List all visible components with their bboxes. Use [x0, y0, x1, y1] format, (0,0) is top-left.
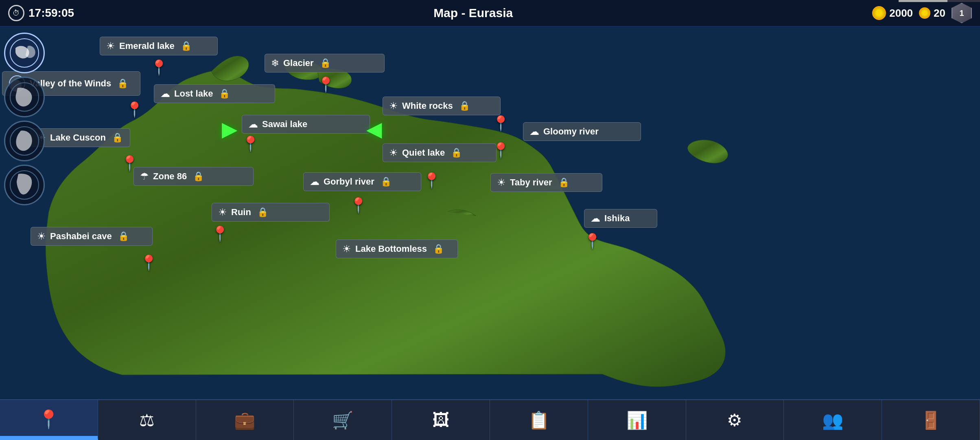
nav-social[interactable]: 👥 [784, 400, 882, 440]
continent-btn-south-america[interactable] [4, 121, 45, 161]
label-sawai-lake[interactable]: ☁ Sawai lake [242, 115, 370, 134]
small-coins: 20 [919, 7, 945, 20]
label-lake-cuscon[interactable]: ☀ Lake Cuscon 🔒 [31, 128, 130, 147]
taby-river-icon: ☀ [497, 177, 506, 188]
label-gorbyl-river[interactable]: ☁ Gorbyl river 🔒 [303, 172, 421, 191]
nav-stats[interactable]: 📊 [588, 400, 686, 440]
nav-trade[interactable]: ⚖ [98, 400, 196, 440]
ruin-name: Ruin [231, 207, 251, 218]
quests-nav-icon: 📋 [528, 410, 549, 430]
white-rocks-icon: ☀ [389, 100, 398, 112]
south-america-shape [9, 126, 40, 156]
nav-map[interactable]: 📍 [0, 400, 98, 440]
pin-sawai-lake: 📍 [241, 135, 260, 152]
taby-river-name: Taby river [510, 177, 552, 188]
pin-lost-lake: 📍 [125, 101, 144, 118]
glacier-lock: 🔒 [320, 58, 331, 68]
emerald-lake-name: Emerald lake [119, 41, 175, 51]
north-america-shape [9, 82, 40, 112]
zone-86-icon: ☂ [140, 171, 149, 182]
map-title: Map - Eurasia [433, 6, 513, 20]
nav-shop[interactable]: 🛒 [294, 400, 392, 440]
pin-lake-cuscon: 📍 [120, 155, 139, 172]
label-white-rocks[interactable]: ☀ White rocks 🔒 [383, 97, 501, 115]
lake-cuscon-lock: 🔒 [112, 132, 123, 143]
label-lake-bottomless[interactable]: ☀ Lake Bottomless 🔒 [336, 240, 458, 258]
lost-lake-icon: ☁ [160, 88, 170, 99]
timer-section: ⏱ 17:59:05 [8, 5, 74, 21]
rank-badge: 1 [952, 3, 972, 23]
shop-nav-icon: 🛒 [332, 410, 353, 430]
timer-icon: ⏱ [8, 5, 24, 21]
topbar: ⏱ 17:59:05 Map - Eurasia 2000 20 1 [0, 0, 980, 26]
label-taby-river[interactable]: ☀ Taby river 🔒 [490, 173, 602, 192]
pin-emerald-lake: 📍 [150, 59, 168, 76]
nav-settings[interactable]: ⚙ [686, 400, 784, 440]
gorbyl-river-icon: ☁ [310, 176, 319, 187]
progress-bar [899, 0, 980, 2]
label-zone-86[interactable]: ☂ Zone 86 🔒 [133, 167, 254, 186]
label-ishika[interactable]: ☁ Ishika [584, 209, 657, 228]
label-pashabei-cave[interactable]: ☀ Pashabei cave 🔒 [31, 227, 153, 246]
coin-icon-small [919, 7, 930, 19]
pin-ruin: 📍 [211, 225, 229, 242]
currency-section: 2000 20 1 [872, 3, 972, 23]
eurasia-continent-shape [9, 38, 40, 68]
lost-lake-lock: 🔒 [219, 88, 230, 99]
nav-quests[interactable]: 📋 [490, 400, 588, 440]
nav-gallery[interactable]: 🖼 [392, 400, 490, 440]
sawai-lake-name: Sawai lake [262, 119, 307, 130]
coin-icon-large [872, 6, 886, 20]
africa-shape [9, 170, 40, 200]
rank-number: 1 [959, 9, 964, 18]
timer-display: 17:59:05 [28, 7, 74, 20]
pashabei-lock: 🔒 [118, 231, 129, 242]
ishika-name: Ishika [604, 213, 630, 224]
label-glacier[interactable]: ❄ Glacier 🔒 [265, 54, 385, 73]
lost-lake-name: Lost lake [174, 88, 213, 99]
label-emerald-lake[interactable]: ☀ Emerald lake 🔒 [100, 37, 218, 55]
quiet-lake-icon: ☀ [389, 147, 398, 158]
valley-lock: 🔒 [117, 78, 128, 89]
ishika-icon: ☁ [591, 213, 600, 224]
lake-bottomless-icon: ☀ [342, 243, 351, 255]
lake-bottomless-lock: 🔒 [433, 244, 444, 254]
gloomy-river-icon: ☁ [529, 126, 539, 137]
quiet-lake-lock: 🔒 [451, 147, 462, 158]
lake-bottomless-name: Lake Bottomless [355, 244, 427, 254]
glacier-name: Glacier [283, 58, 314, 68]
white-rocks-name: White rocks [402, 101, 453, 111]
pin-glacier: 📍 [317, 76, 335, 93]
continent-selector [4, 33, 45, 205]
gorbyl-river-lock: 🔒 [381, 176, 392, 187]
pin-white-rocks: 📍 [492, 115, 510, 132]
gorbyl-river-name: Gorbyl river [324, 176, 374, 187]
continent-btn-north-america[interactable] [4, 77, 45, 117]
ruin-icon: ☀ [218, 207, 227, 218]
trade-nav-icon: ⚖ [139, 410, 155, 430]
nav-exit[interactable]: 🚪 [882, 400, 980, 440]
label-gloomy-river[interactable]: ☁ Gloomy river [523, 122, 641, 141]
label-ruin[interactable]: ☀ Ruin 🔒 [212, 203, 330, 222]
map-nav-icon: 📍 [37, 409, 60, 430]
nav-inventory[interactable]: 💼 [196, 400, 294, 440]
arrow-right-sawai: ▶ [222, 117, 237, 141]
quiet-lake-name: Quiet lake [402, 147, 445, 158]
settings-nav-icon: ⚙ [727, 410, 742, 430]
coins-large-amount: 2000 [889, 7, 913, 20]
continent-btn-eurasia[interactable] [4, 33, 45, 73]
coins-small-amount: 20 [934, 7, 945, 20]
ruin-lock: 🔒 [257, 207, 268, 218]
label-quiet-lake[interactable]: ☀ Quiet lake 🔒 [383, 143, 497, 162]
map-background [0, 0, 980, 440]
zone-86-name: Zone 86 [153, 171, 187, 182]
glacier-icon: ❄ [271, 57, 279, 69]
label-lost-lake[interactable]: ☁ Lost lake 🔒 [154, 84, 275, 103]
exit-nav-icon: 🚪 [920, 410, 941, 430]
continent-btn-africa[interactable] [4, 165, 45, 205]
pin-gloomy-river: 📍 [492, 142, 510, 159]
svg-rect-0 [0, 0, 980, 440]
pin-gorbyl-river: 📍 [349, 197, 368, 214]
progress-fill [899, 0, 947, 2]
zone-86-lock: 🔒 [193, 171, 204, 182]
